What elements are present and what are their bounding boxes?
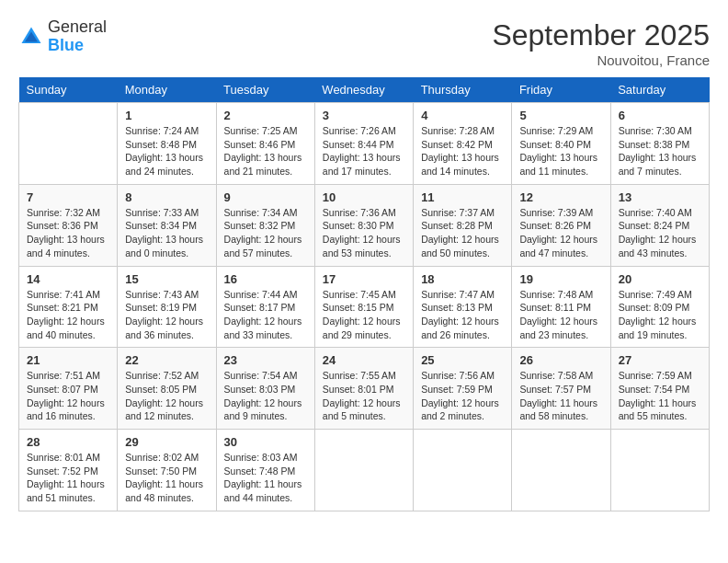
day-info: Sunrise: 7:51 AMSunset: 8:07 PMDaylight:… — [27, 369, 109, 423]
day-info: Sunrise: 7:28 AMSunset: 8:42 PMDaylight:… — [421, 124, 504, 178]
day-number: 2 — [224, 109, 307, 122]
day-number: 6 — [619, 109, 701, 122]
calendar-cell: 26Sunrise: 7:58 AMSunset: 7:57 PMDayligh… — [512, 348, 610, 430]
calendar-cell: 6Sunrise: 7:30 AMSunset: 8:38 PMDaylight… — [610, 103, 709, 185]
day-number: 8 — [125, 190, 208, 204]
day-info: Sunrise: 7:37 AMSunset: 8:28 PMDaylight:… — [421, 206, 504, 260]
calendar-cell: 9Sunrise: 7:34 AMSunset: 8:32 PMDaylight… — [216, 184, 314, 266]
day-header-monday: Monday — [118, 77, 216, 103]
calendar-week-1: 1Sunrise: 7:24 AMSunset: 8:48 PMDaylight… — [19, 103, 710, 185]
day-number: 20 — [619, 272, 701, 286]
day-header-tuesday: Tuesday — [216, 77, 314, 103]
calendar-cell: 22Sunrise: 7:52 AMSunset: 8:05 PMDayligh… — [118, 348, 216, 430]
day-info: Sunrise: 7:26 AMSunset: 8:44 PMDaylight:… — [323, 124, 405, 178]
day-number: 28 — [27, 435, 109, 449]
day-header-wednesday: Wednesday — [314, 77, 413, 103]
calendar-cell: 15Sunrise: 7:43 AMSunset: 8:19 PMDayligh… — [118, 266, 216, 348]
logo-text: General Blue — [48, 18, 107, 55]
calendar-cell: 20Sunrise: 7:49 AMSunset: 8:09 PMDayligh… — [610, 266, 709, 348]
day-number: 24 — [323, 353, 405, 367]
day-info: Sunrise: 7:45 AMSunset: 8:15 PMDaylight:… — [323, 288, 405, 342]
calendar-cell: 3Sunrise: 7:26 AMSunset: 8:44 PMDaylight… — [314, 103, 413, 185]
calendar-week-3: 14Sunrise: 7:41 AMSunset: 8:21 PMDayligh… — [19, 266, 710, 348]
day-number: 5 — [519, 109, 602, 122]
calendar-cell: 17Sunrise: 7:45 AMSunset: 8:15 PMDayligh… — [314, 266, 413, 348]
page-header: General Blue September 2025 Nouvoitou, F… — [18, 18, 710, 68]
calendar-cell: 28Sunrise: 8:01 AMSunset: 7:52 PMDayligh… — [19, 430, 118, 511]
calendar-week-5: 28Sunrise: 8:01 AMSunset: 7:52 PMDayligh… — [19, 430, 710, 511]
calendar-week-4: 21Sunrise: 7:51 AMSunset: 8:07 PMDayligh… — [19, 348, 710, 430]
day-info: Sunrise: 7:33 AMSunset: 8:34 PMDaylight:… — [125, 206, 208, 260]
day-number: 13 — [619, 190, 701, 204]
logo-icon — [18, 24, 44, 50]
calendar-cell — [314, 430, 413, 511]
title-block: September 2025 Nouvoitou, France — [492, 18, 710, 68]
day-info: Sunrise: 8:02 AMSunset: 7:50 PMDaylight:… — [125, 451, 208, 505]
day-info: Sunrise: 7:48 AMSunset: 8:11 PMDaylight:… — [519, 288, 602, 342]
day-info: Sunrise: 7:36 AMSunset: 8:30 PMDaylight:… — [323, 206, 405, 260]
logo-general: General — [48, 17, 107, 36]
logo: General Blue — [18, 18, 107, 55]
day-number: 11 — [421, 190, 504, 204]
calendar-cell: 10Sunrise: 7:36 AMSunset: 8:30 PMDayligh… — [314, 184, 413, 266]
day-number: 22 — [125, 353, 208, 367]
calendar-cell: 13Sunrise: 7:40 AMSunset: 8:24 PMDayligh… — [610, 184, 709, 266]
day-info: Sunrise: 7:58 AMSunset: 7:57 PMDaylight:… — [519, 369, 602, 423]
logo-blue: Blue — [48, 36, 84, 54]
day-number: 12 — [519, 190, 602, 204]
day-number: 18 — [421, 272, 504, 286]
day-number: 19 — [519, 272, 602, 286]
day-number: 27 — [619, 353, 701, 367]
day-header-friday: Friday — [512, 77, 610, 103]
calendar-cell: 18Sunrise: 7:47 AMSunset: 8:13 PMDayligh… — [414, 266, 512, 348]
day-info: Sunrise: 7:30 AMSunset: 8:38 PMDaylight:… — [619, 124, 701, 178]
day-info: Sunrise: 7:54 AMSunset: 8:03 PMDaylight:… — [224, 369, 307, 423]
calendar-cell: 8Sunrise: 7:33 AMSunset: 8:34 PMDaylight… — [118, 184, 216, 266]
day-info: Sunrise: 7:47 AMSunset: 8:13 PMDaylight:… — [421, 288, 504, 342]
calendar-cell: 7Sunrise: 7:32 AMSunset: 8:36 PMDaylight… — [19, 184, 118, 266]
calendar-cell: 4Sunrise: 7:28 AMSunset: 8:42 PMDaylight… — [414, 103, 512, 185]
calendar-cell: 12Sunrise: 7:39 AMSunset: 8:26 PMDayligh… — [512, 184, 610, 266]
day-info: Sunrise: 7:25 AMSunset: 8:46 PMDaylight:… — [224, 124, 307, 178]
day-info: Sunrise: 7:43 AMSunset: 8:19 PMDaylight:… — [125, 288, 208, 342]
day-number: 16 — [224, 272, 307, 286]
day-number: 17 — [323, 272, 405, 286]
calendar-cell: 1Sunrise: 7:24 AMSunset: 8:48 PMDaylight… — [118, 103, 216, 185]
day-number: 3 — [323, 109, 405, 122]
calendar-cell: 2Sunrise: 7:25 AMSunset: 8:46 PMDaylight… — [216, 103, 314, 185]
calendar-cell: 24Sunrise: 7:55 AMSunset: 8:01 PMDayligh… — [314, 348, 413, 430]
calendar-cell: 14Sunrise: 7:41 AMSunset: 8:21 PMDayligh… — [19, 266, 118, 348]
month-year-title: September 2025 — [492, 18, 710, 52]
day-info: Sunrise: 7:24 AMSunset: 8:48 PMDaylight:… — [125, 124, 208, 178]
day-number: 26 — [519, 353, 602, 367]
day-header-saturday: Saturday — [610, 77, 709, 103]
day-number: 21 — [27, 353, 109, 367]
calendar-week-2: 7Sunrise: 7:32 AMSunset: 8:36 PMDaylight… — [19, 184, 710, 266]
day-number: 23 — [224, 353, 307, 367]
day-info: Sunrise: 7:44 AMSunset: 8:17 PMDaylight:… — [224, 288, 307, 342]
day-info: Sunrise: 7:49 AMSunset: 8:09 PMDaylight:… — [619, 288, 701, 342]
calendar-cell: 5Sunrise: 7:29 AMSunset: 8:40 PMDaylight… — [512, 103, 610, 185]
calendar-cell: 27Sunrise: 7:59 AMSunset: 7:54 PMDayligh… — [610, 348, 709, 430]
day-info: Sunrise: 7:39 AMSunset: 8:26 PMDaylight:… — [519, 206, 602, 260]
day-info: Sunrise: 8:01 AMSunset: 7:52 PMDaylight:… — [27, 451, 109, 505]
day-number: 9 — [224, 190, 307, 204]
calendar-cell: 16Sunrise: 7:44 AMSunset: 8:17 PMDayligh… — [216, 266, 314, 348]
calendar-cell: 11Sunrise: 7:37 AMSunset: 8:28 PMDayligh… — [414, 184, 512, 266]
location-subtitle: Nouvoitou, France — [492, 52, 710, 68]
calendar-cell: 25Sunrise: 7:56 AMSunset: 7:59 PMDayligh… — [414, 348, 512, 430]
day-info: Sunrise: 7:52 AMSunset: 8:05 PMDaylight:… — [125, 369, 208, 423]
calendar-cell: 21Sunrise: 7:51 AMSunset: 8:07 PMDayligh… — [19, 348, 118, 430]
day-info: Sunrise: 7:55 AMSunset: 8:01 PMDaylight:… — [323, 369, 405, 423]
day-number: 29 — [125, 435, 208, 449]
day-info: Sunrise: 7:40 AMSunset: 8:24 PMDaylight:… — [619, 206, 701, 260]
calendar-cell: 19Sunrise: 7:48 AMSunset: 8:11 PMDayligh… — [512, 266, 610, 348]
day-info: Sunrise: 7:59 AMSunset: 7:54 PMDaylight:… — [619, 369, 701, 423]
day-number: 10 — [323, 190, 405, 204]
day-info: Sunrise: 8:03 AMSunset: 7:48 PMDaylight:… — [224, 451, 307, 505]
calendar-header-row: SundayMondayTuesdayWednesdayThursdayFrid… — [19, 77, 710, 103]
calendar-cell: 30Sunrise: 8:03 AMSunset: 7:48 PMDayligh… — [216, 430, 314, 511]
day-number: 14 — [27, 272, 109, 286]
day-header-thursday: Thursday — [414, 77, 512, 103]
day-number: 4 — [421, 109, 504, 122]
